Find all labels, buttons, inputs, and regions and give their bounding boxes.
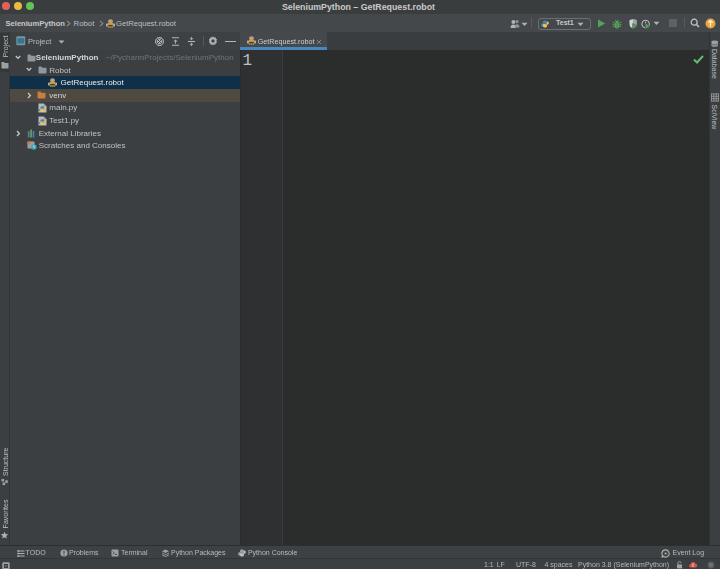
- svg-text:Database: Database: [711, 49, 718, 79]
- svg-text:Favorites: Favorites: [2, 499, 9, 528]
- svg-text:SciView: SciView: [711, 105, 718, 131]
- svg-text:Project: Project: [2, 35, 10, 57]
- svg-text:Structure: Structure: [2, 447, 9, 476]
